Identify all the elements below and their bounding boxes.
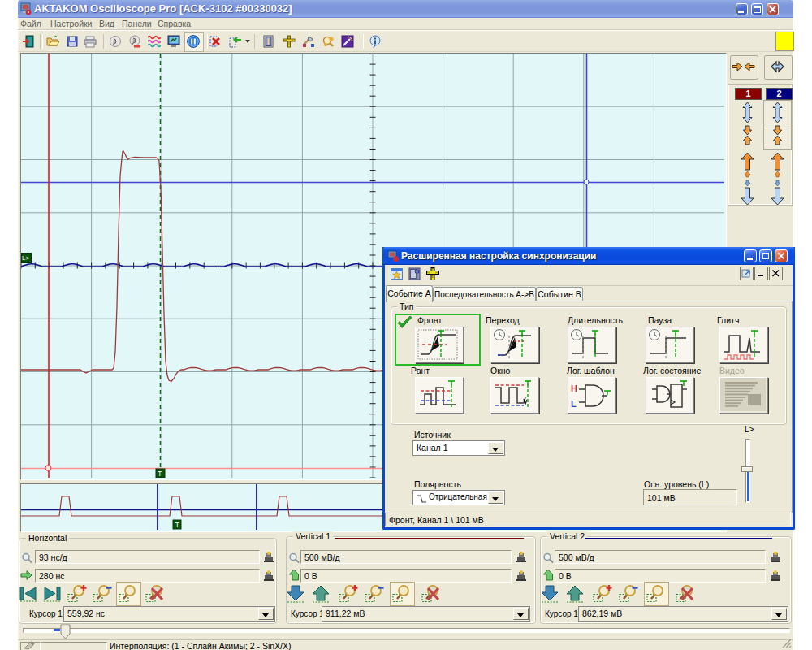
svg-text:L: L	[571, 399, 577, 409]
svg-text:T: T	[175, 521, 180, 529]
svg-text:T: T	[158, 470, 162, 478]
svg-text:H: H	[571, 384, 577, 393]
